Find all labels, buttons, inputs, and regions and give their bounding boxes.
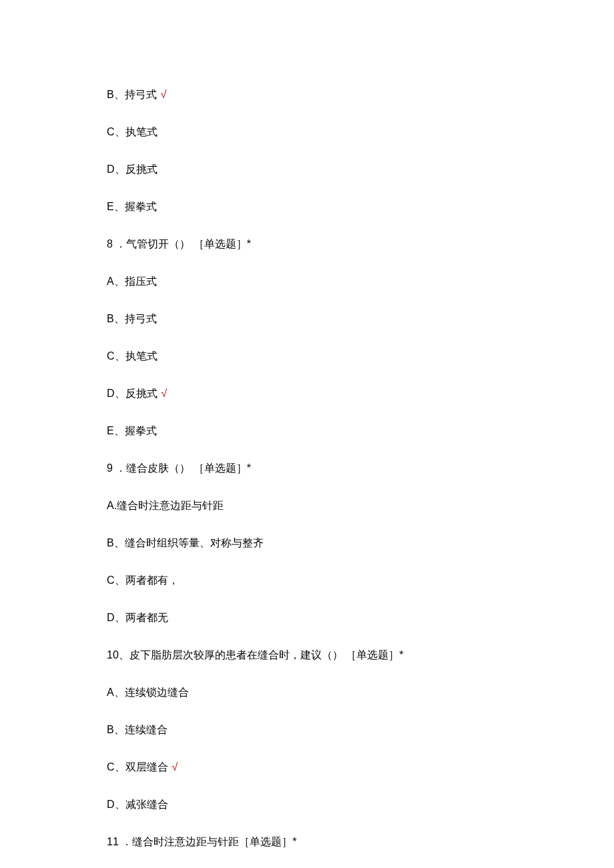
document-line: C、两者都有，: [107, 572, 507, 588]
document-line: B、缝合时组织等量、对称与整齐: [107, 535, 507, 551]
line-text: 11 ．缝合时注意边距与针距［单选题］*: [107, 834, 296, 850]
line-text: 8 ．气管切开（） ［单选题］*: [107, 236, 251, 252]
document-line: C、执笔式: [107, 348, 507, 364]
line-text: C、执笔式: [107, 348, 158, 364]
document-line: D、减张缝合: [107, 797, 507, 813]
line-text: D、两者都无: [107, 610, 168, 626]
document-line: E、握拳式: [107, 423, 507, 439]
line-text: C、双层缝合: [107, 759, 168, 775]
document-line: C、双层缝合√: [107, 759, 507, 775]
document-line: 9 ．缝合皮肤（） ［单选题］*: [107, 460, 507, 476]
line-text: D、减张缝合: [107, 797, 168, 813]
line-text: A.缝合时注意边距与针距: [107, 498, 224, 514]
document-line: B、连续缝合: [107, 722, 507, 738]
line-text: B、持弓式: [107, 311, 157, 327]
document-line: A、连续锁边缝合: [107, 685, 507, 701]
line-text: C、两者都有，: [107, 572, 179, 588]
line-text: B、连续缝合: [107, 722, 168, 738]
line-text: E、握拳式: [107, 199, 157, 215]
document-line: A、指压式: [107, 274, 507, 290]
document-content: B、持弓式√C、执笔式D、反挑式E、握拳式8 ．气管切开（） ［单选题］*A、指…: [107, 87, 507, 850]
checkmark-icon: √: [172, 759, 178, 775]
line-text: B、持弓式: [107, 87, 157, 103]
checkmark-icon: √: [162, 386, 168, 402]
document-line: 8 ．气管切开（） ［单选题］*: [107, 236, 507, 252]
document-line: C、执笔式: [107, 124, 507, 140]
document-line: A.缝合时注意边距与针距: [107, 498, 507, 514]
line-text: A、连续锁边缝合: [107, 685, 189, 701]
line-text: D、反挑式: [107, 386, 158, 402]
checkmark-icon: √: [161, 87, 167, 103]
line-text: A、指压式: [107, 274, 157, 290]
document-line: 11 ．缝合时注意边距与针距［单选题］*: [107, 834, 507, 850]
document-line: D、两者都无: [107, 610, 507, 626]
line-text: C、执笔式: [107, 124, 158, 140]
document-line: 10、皮下脂肪层次较厚的患者在缝合时，建议（） ［单选题］*: [107, 647, 507, 663]
line-text: B、缝合时组织等量、对称与整齐: [107, 535, 264, 551]
document-line: B、持弓式: [107, 311, 507, 327]
line-text: E、握拳式: [107, 423, 157, 439]
line-text: 9 ．缝合皮肤（） ［单选题］*: [107, 460, 251, 476]
line-text: 10、皮下脂肪层次较厚的患者在缝合时，建议（） ［单选题］*: [107, 647, 403, 663]
document-line: D、反挑式: [107, 161, 507, 177]
document-line: E、握拳式: [107, 199, 507, 215]
document-line: D、反挑式√: [107, 386, 507, 402]
document-line: B、持弓式√: [107, 87, 507, 103]
line-text: D、反挑式: [107, 161, 158, 177]
